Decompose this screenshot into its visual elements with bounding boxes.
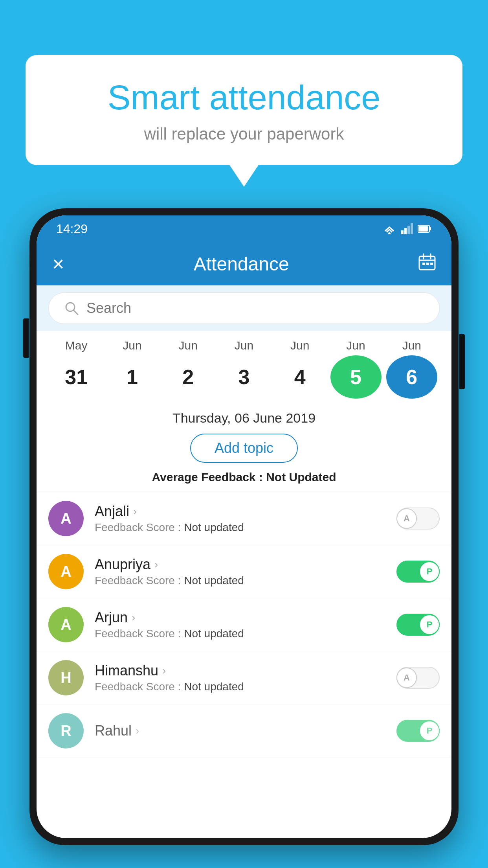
svg-rect-8 [429,227,431,230]
search-container [37,285,451,331]
svg-rect-5 [407,226,410,234]
student-name-partial: Rahul › [95,723,385,739]
avatar-anupriya: A [48,554,84,589]
month-0: May [51,339,102,352]
month-2: Jun [163,339,214,352]
toggle-arjun[interactable]: P [396,614,440,636]
student-name-arjun: Arjun › [95,609,385,626]
student-item-partial[interactable]: R Rahul › P [37,704,451,758]
date-31[interactable]: 31 [51,355,102,399]
date-4[interactable]: 4 [274,355,325,399]
calendar-icon[interactable] [418,253,436,274]
toggle-knob-anjali: A [396,508,417,529]
student-item-anjali[interactable]: A Anjali › Feedback Score : Not updated [37,492,451,545]
status-time: 14:29 [56,222,88,236]
avatar-arjun: A [48,607,84,642]
search-icon [64,301,79,315]
student-name-anupriya: Anupriya › [95,556,385,573]
attendance-toggle-himanshu[interactable]: A [396,667,440,689]
month-5: Jun [330,339,382,352]
phone-screen: 14:29 [37,215,451,838]
toggle-knob-anupriya: P [419,561,440,582]
svg-point-2 [388,232,391,234]
month-1: Jun [106,339,158,352]
phone-frame-container: 14:29 [29,208,459,868]
toggle-knob-partial: P [419,721,440,741]
phone-frame: 14:29 [29,208,459,845]
calendar-strip: May Jun Jun Jun Jun Jun Jun 31 1 2 3 4 [37,331,451,403]
svg-rect-6 [411,223,413,234]
avg-feedback: Average Feedback : Not Updated [48,471,440,484]
month-6: Jun [386,339,437,352]
wifi-icon [382,223,396,234]
student-info-anjali: Anjali › Feedback Score : Not updated [95,503,385,534]
student-feedback-himanshu: Feedback Score : Not updated [95,680,385,693]
month-row: May Jun Jun Jun Jun Jun Jun [48,339,440,352]
chevron-icon: › [133,505,137,518]
student-name-anjali: Anjali › [95,503,385,520]
svg-rect-4 [404,228,407,234]
student-item-himanshu[interactable]: H Himanshu › Feedback Score : Not update… [37,651,451,704]
student-item-anupriya[interactable]: A Anupriya › Feedback Score : Not update… [37,545,451,598]
svg-rect-9 [418,226,428,232]
svg-rect-16 [430,263,433,265]
date-6-selected[interactable]: 6 [386,355,437,399]
battery-icon [418,224,432,233]
svg-rect-14 [422,263,425,265]
speech-bubble-subtitle: will replace your paperwork [57,125,431,143]
search-bar[interactable] [48,292,440,324]
avatar-himanshu: H [48,660,84,695]
svg-line-18 [73,310,78,314]
attendance-toggle-arjun[interactable]: P [396,614,440,636]
month-3: Jun [218,339,270,352]
avatar-partial: R [48,713,84,748]
speech-bubble: Smart attendance will replace your paper… [26,55,462,165]
date-3[interactable]: 3 [218,355,270,399]
toggle-knob-arjun: P [419,614,440,635]
attendance-toggle-anupriya[interactable]: P [396,561,440,583]
avg-feedback-label: Average Feedback : [152,471,266,484]
chevron-icon: › [136,725,139,737]
svg-rect-15 [426,263,429,265]
toggle-anupriya[interactable]: P [396,561,440,583]
student-info-arjun: Arjun › Feedback Score : Not updated [95,609,385,640]
chevron-icon: › [154,558,158,571]
date-5-today[interactable]: 5 [330,355,382,399]
avatar-anjali: A [48,501,84,536]
student-feedback-anjali: Feedback Score : Not updated [95,521,385,534]
selected-date-label: Thursday, 06 June 2019 [48,410,440,426]
chevron-icon: › [162,664,166,677]
student-list: A Anjali › Feedback Score : Not updated [37,492,451,758]
student-feedback-arjun: Feedback Score : Not updated [95,627,385,640]
student-info-himanshu: Himanshu › Feedback Score : Not updated [95,662,385,693]
date-2[interactable]: 2 [163,355,214,399]
status-bar: 14:29 [37,215,451,242]
attendance-toggle-partial[interactable]: P [396,720,440,742]
app-bar: × Attendance [37,242,451,285]
month-4: Jun [274,339,325,352]
student-feedback-anupriya: Feedback Score : Not updated [95,574,385,587]
student-item-arjun[interactable]: A Arjun › Feedback Score : Not updated [37,598,451,651]
status-icons [382,223,432,234]
student-info-anupriya: Anupriya › Feedback Score : Not updated [95,556,385,587]
avg-feedback-value: Not Updated [266,471,336,484]
signal-icon [401,223,413,234]
date-1[interactable]: 1 [106,355,158,399]
speech-bubble-title: Smart attendance [57,79,431,117]
toggle-anjali[interactable]: A [396,508,440,530]
add-topic-button[interactable]: Add topic [190,434,298,463]
search-input[interactable] [86,300,424,316]
app-bar-title: Attendance [194,253,289,275]
attendance-toggle-anjali[interactable]: A [396,508,440,530]
close-button[interactable]: × [52,252,64,276]
speech-bubble-container: Smart attendance will replace your paper… [26,55,462,165]
toggle-knob-himanshu: A [396,668,417,688]
student-name-himanshu: Himanshu › [95,662,385,679]
date-row: 31 1 2 3 4 5 6 [48,355,440,399]
toggle-himanshu[interactable]: A [396,667,440,689]
student-info-partial: Rahul › [95,723,385,739]
svg-rect-3 [401,230,404,234]
chevron-icon: › [132,611,135,624]
toggle-partial[interactable]: P [396,720,440,742]
info-section: Thursday, 06 June 2019 Add topic Average… [37,403,451,492]
